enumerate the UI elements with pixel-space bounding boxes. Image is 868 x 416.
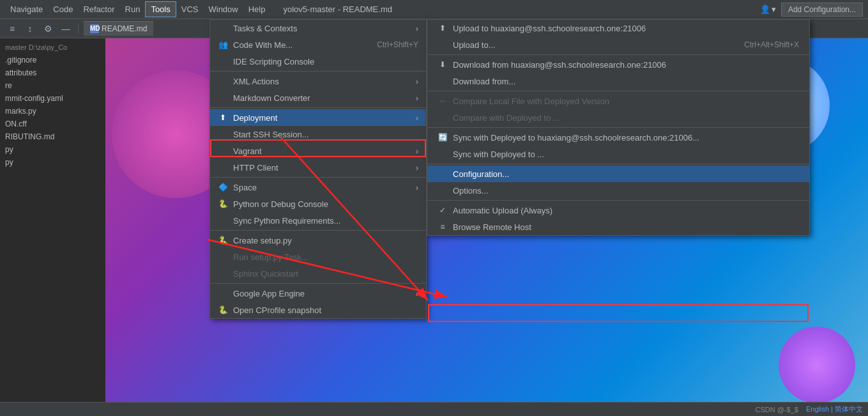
- toolbar-icon-settings[interactable]: ⚙: [41, 22, 55, 36]
- vagrant-label: Vagrant: [233, 146, 411, 156]
- deploy-download-huaxiang[interactable]: ⬇ Download from huaxiang@ssh.schoolresea…: [427, 56, 809, 73]
- xml-actions-arrow: ›: [416, 77, 418, 86]
- menu-item-http-client[interactable]: HTTP Client ›: [210, 159, 426, 176]
- ide-scripting-icon: [218, 56, 228, 66]
- xml-actions-label: XML Actions: [233, 77, 411, 86]
- tasks-icon: [218, 23, 228, 33]
- sidebar-item-gitignore[interactable]: .gitignore: [0, 54, 105, 66]
- add-configuration-button[interactable]: Add Configuration...: [781, 3, 863, 17]
- menu-item-tasks[interactable]: Tasks & Contexts ›: [210, 20, 426, 36]
- menu-vcs[interactable]: VCS: [176, 2, 204, 17]
- download-huaxiang-label: Download from huaxiang@ssh.schoolresearc…: [453, 60, 799, 70]
- menu-item-google-app[interactable]: Google App Engine ›: [210, 285, 426, 302]
- menu-item-space[interactable]: 🔷 Space ›: [210, 179, 426, 196]
- upload-to-icon: [438, 40, 448, 50]
- menu-refactor[interactable]: Refactor: [78, 2, 119, 17]
- markdown-arrow: ›: [416, 93, 418, 103]
- bg-circle-purple: [779, 327, 855, 403]
- bottom-bar: CSDN @-$_$ English | 简体中文: [0, 402, 868, 416]
- sync-to-icon: [438, 149, 448, 159]
- deploy-options[interactable]: Options...: [427, 182, 809, 199]
- menu-item-sync-python[interactable]: Sync Python Requirements...: [210, 212, 426, 229]
- menu-item-xml-actions[interactable]: XML Actions ›: [210, 73, 426, 89]
- browse-remote-icon: ≡: [438, 222, 448, 232]
- lang-english[interactable]: English: [806, 405, 829, 413]
- sidebar-item-on-cff[interactable]: ON.cff: [0, 118, 105, 130]
- deployment-submenu: ⬆ Upload to huaxiang@ssh.schoolresearch.…: [427, 19, 810, 236]
- menu-item-deployment[interactable]: ⬆ Deployment ›: [210, 109, 426, 126]
- vagrant-arrow: ›: [416, 146, 418, 156]
- tab-readme[interactable]: MD README.md: [84, 21, 153, 36]
- options-label: Options...: [453, 186, 799, 196]
- space-arrow: ›: [416, 183, 418, 192]
- google-app-icon: [218, 288, 228, 298]
- space-label: Space: [233, 183, 411, 192]
- language-switch[interactable]: English | 简体中文: [806, 404, 863, 414]
- toolbar-icon-sort[interactable]: ↕: [23, 22, 37, 36]
- deploy-configuration[interactable]: Configuration...: [427, 166, 809, 182]
- menu-item-python-debug[interactable]: 🐍 Python or Debug Console: [210, 196, 426, 212]
- menu-window[interactable]: Window: [203, 2, 243, 17]
- sep3: [210, 177, 426, 178]
- code-with-me-label: Code With Me...: [233, 40, 372, 50]
- deploy-browse-remote[interactable]: ≡ Browse Remote Host: [427, 219, 809, 235]
- auto-upload-icon: ✓: [438, 205, 448, 215]
- sep1: [210, 71, 426, 72]
- sidebar-item-mmit-config[interactable]: mmit-config.yaml: [0, 92, 105, 105]
- compare-local-icon: ↔: [438, 96, 448, 106]
- cprofile-label: Open CProfile snapshot: [233, 305, 418, 315]
- sidebar-item-ributing[interactable]: RIBUTING.md: [0, 130, 105, 143]
- deploy-upload-to[interactable]: Upload to... Ctrl+Alt+Shift+X: [427, 36, 809, 53]
- auto-upload-label: Automatic Upload (Always): [453, 206, 799, 215]
- menu-bar-right: 👤 ▾ Add Configuration...: [760, 3, 863, 17]
- menu-item-create-setup[interactable]: 🐍 Create setup.py: [210, 232, 426, 249]
- sphinx-label: Sphinx Quickstart: [233, 269, 418, 279]
- download-from-icon: [438, 76, 448, 86]
- sync-huaxiang-icon: 🔄: [438, 132, 448, 143]
- sync-to-label: Sync with Deployed to ...: [453, 150, 799, 159]
- ide-scripting-label: IDE Scripting Console: [233, 57, 418, 66]
- cprofile-icon: 🐍: [218, 305, 228, 315]
- menu-item-vagrant[interactable]: Vagrant ›: [210, 143, 426, 159]
- toolbar-icon-minimize[interactable]: —: [59, 22, 73, 36]
- lang-chinese[interactable]: 简体中文: [835, 405, 863, 413]
- user-icon-area[interactable]: 👤 ▾: [760, 4, 776, 14]
- sidebar-item-marks[interactable]: marks.py: [0, 105, 105, 118]
- sync-python-icon: [218, 215, 228, 226]
- toolbar-icon-list[interactable]: ≡: [5, 22, 19, 36]
- window-title: yolov5-master - README.md: [283, 4, 392, 14]
- vagrant-icon: [218, 146, 228, 156]
- options-icon: [438, 185, 448, 196]
- deploy-sync-to[interactable]: Sync with Deployed to ...: [427, 146, 809, 162]
- tasks-label: Tasks & Contexts: [233, 24, 411, 33]
- tab-label: README.md: [102, 24, 147, 33]
- menu-navigate[interactable]: Navigate: [5, 2, 48, 17]
- upload-huaxiang-label: Upload to huaxiang@ssh.schoolresearch.on…: [453, 24, 799, 33]
- sidebar-item-re[interactable]: re: [0, 79, 105, 92]
- deploy-sync-huaxiang[interactable]: 🔄 Sync with Deployed to huaxiang@ssh.sch…: [427, 129, 809, 146]
- deploy-compare-local: ↔ Compare Local File with Deployed Versi…: [427, 93, 809, 109]
- menu-item-code-with-me[interactable]: 👥 Code With Me... Ctrl+Shift+Y: [210, 36, 426, 53]
- deploy-upload-huaxiang[interactable]: ⬆ Upload to huaxiang@ssh.schoolresearch.…: [427, 20, 809, 36]
- sidebar-item-attributes[interactable]: attributes: [0, 66, 105, 79]
- run-setup-icon: [218, 252, 228, 262]
- deploy-download-from[interactable]: Download from...: [427, 73, 809, 89]
- download-from-label: Download from...: [453, 77, 799, 86]
- sidebar-item-py2[interactable]: py: [0, 156, 105, 169]
- python-debug-icon: 🐍: [218, 199, 228, 209]
- markdown-icon: [218, 93, 228, 103]
- deploy-auto-upload[interactable]: ✓ Automatic Upload (Always): [427, 202, 809, 219]
- dep-sep2: [427, 91, 809, 91]
- menu-item-cprofile[interactable]: 🐍 Open CProfile snapshot: [210, 302, 426, 318]
- menu-item-ide-scripting[interactable]: IDE Scripting Console: [210, 53, 426, 70]
- sidebar-item-py1[interactable]: py: [0, 143, 105, 156]
- menu-run[interactable]: Run: [120, 2, 146, 17]
- tools-menu: Tasks & Contexts › 👥 Code With Me... Ctr…: [209, 19, 427, 319]
- menu-item-start-ssh[interactable]: Start SSH Session...: [210, 126, 426, 143]
- menu-item-markdown[interactable]: Markdown Converter ›: [210, 89, 426, 106]
- sidebar: master D:\za\py_Co .gitignore attributes…: [0, 38, 105, 416]
- menu-help[interactable]: Help: [243, 2, 271, 17]
- menu-tools[interactable]: Tools: [145, 1, 176, 17]
- google-app-label: Google App Engine: [233, 289, 411, 298]
- menu-code[interactable]: Code: [48, 2, 78, 17]
